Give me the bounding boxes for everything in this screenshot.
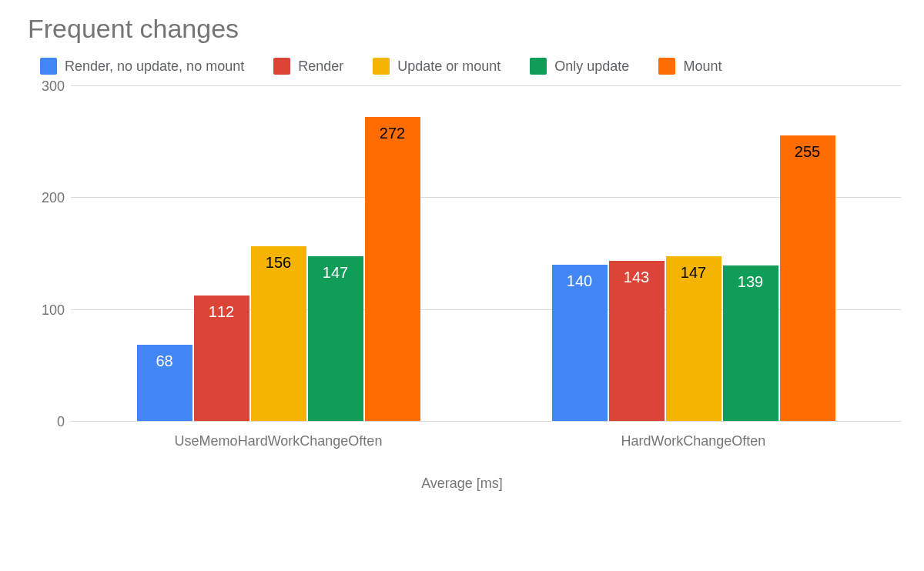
- bar: 147: [308, 256, 363, 421]
- bar-value-label: 147: [323, 264, 348, 282]
- bar-chart: Frequent changes Render, no update, no m…: [0, 0, 924, 571]
- bar-value-label: 156: [266, 254, 291, 272]
- legend-item: Update or mount: [373, 58, 500, 75]
- bar: 112: [194, 296, 249, 421]
- legend-swatch: [40, 58, 57, 75]
- bar-value-label: 68: [156, 352, 172, 370]
- legend-label: Mount: [683, 58, 721, 75]
- y-tick-label: 0: [26, 414, 65, 430]
- bar: 147: [666, 256, 721, 421]
- bar: 255: [780, 135, 835, 421]
- legend-item: Render: [273, 58, 343, 75]
- bar-value-label: 112: [209, 303, 234, 321]
- y-tick-label: 300: [26, 78, 65, 95]
- bar-value-label: 139: [738, 273, 763, 291]
- chart-title: Frequent changes: [0, 14, 924, 44]
- bar: 156: [251, 246, 306, 421]
- plot-area: 0100200300 68112156147272140143147139255: [71, 85, 901, 421]
- legend-label: Render, no update, no mount: [65, 58, 244, 75]
- legend-label: Only update: [554, 58, 629, 75]
- legend-swatch: [273, 58, 290, 75]
- bar-value-label: 140: [567, 272, 592, 290]
- bar-group: 140143147139255: [486, 85, 901, 421]
- legend-swatch: [530, 58, 547, 75]
- bar: 143: [609, 261, 665, 421]
- category-labels: UseMemoHardWorkChangeOftenHardWorkChange…: [71, 421, 901, 449]
- bar: 272: [365, 117, 420, 421]
- bar: 140: [552, 265, 608, 421]
- x-axis-label: Average [ms]: [0, 476, 924, 492]
- bar-group: 68112156147272: [71, 85, 486, 421]
- category-label: UseMemoHardWorkChangeOften: [71, 421, 486, 449]
- gridline: 0: [71, 421, 901, 422]
- legend-swatch: [658, 58, 675, 75]
- legend-label: Render: [298, 58, 343, 75]
- legend-item: Mount: [658, 58, 721, 75]
- bar-value-label: 255: [795, 143, 820, 161]
- legend-item: Render, no update, no mount: [40, 58, 244, 75]
- legend-swatch: [373, 58, 390, 75]
- bar-value-label: 147: [681, 264, 706, 282]
- bar: 139: [723, 265, 778, 421]
- bar-groups: 68112156147272140143147139255: [71, 85, 901, 421]
- legend-item: Only update: [530, 58, 629, 75]
- category-label: HardWorkChangeOften: [486, 421, 901, 449]
- y-tick-label: 200: [26, 190, 65, 206]
- legend: Render, no update, no mountRenderUpdate …: [0, 58, 924, 75]
- y-tick-label: 100: [26, 302, 65, 318]
- bar: 68: [137, 345, 192, 421]
- bar-value-label: 272: [380, 125, 405, 142]
- bar-value-label: 143: [624, 269, 649, 286]
- legend-label: Update or mount: [397, 58, 500, 75]
